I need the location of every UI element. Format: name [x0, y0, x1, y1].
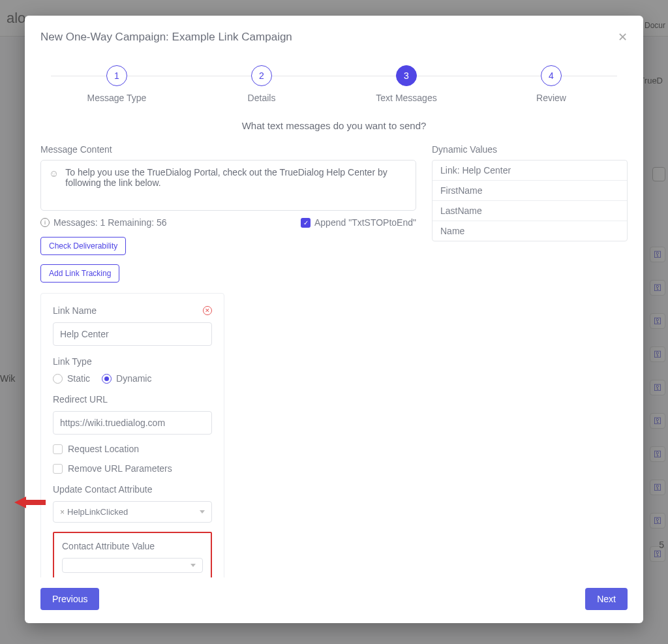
- checkbox-label: Remove URL Parameters: [68, 463, 172, 474]
- redirect-url-input[interactable]: [53, 411, 212, 435]
- append-label: Append "TxtSTOPtoEnd": [314, 217, 416, 228]
- link-type-label: Link Type: [53, 356, 212, 367]
- redirect-url-label: Redirect URL: [53, 394, 212, 405]
- dynamic-values-label: Dynamic Values: [432, 144, 628, 155]
- checkbox-empty-icon: [53, 464, 63, 474]
- next-button[interactable]: Next: [585, 588, 628, 610]
- message-text: To help you use the TrueDialog Portal, c…: [65, 167, 408, 188]
- dynamic-value-item[interactable]: Name: [433, 221, 627, 241]
- checkbox-checked-icon[interactable]: ✓: [301, 218, 311, 228]
- update-contact-attribute-label: Update Contact Attribute: [53, 484, 212, 495]
- radio-label: Static: [67, 373, 90, 384]
- link-tracking-panel: Link Name ✕ Link Type Static Dynamic: [40, 293, 224, 577]
- clear-tag-icon[interactable]: ×: [60, 508, 65, 517]
- step-review[interactable]: 4 Review: [479, 65, 624, 103]
- remove-url-params-checkbox[interactable]: Remove URL Parameters: [53, 463, 212, 474]
- request-location-checkbox[interactable]: Request Location: [53, 444, 212, 454]
- modal-subtitle: What text messages do you want to send?: [25, 103, 643, 144]
- radio-static[interactable]: Static: [53, 373, 90, 384]
- message-textarea[interactable]: ☺ To help you use the TrueDialog Portal,…: [40, 160, 416, 211]
- wizard-stepper: 1 Message Type 2 Details 3 Text Messages…: [25, 56, 643, 103]
- step-text-messages[interactable]: 3 Text Messages: [334, 65, 479, 103]
- radio-icon: [102, 374, 112, 384]
- contact-attribute-value-label: Contact Attribute Value: [62, 541, 203, 551]
- remove-link-icon[interactable]: ✕: [203, 306, 212, 315]
- step-number: 1: [106, 65, 127, 86]
- radio-icon: [53, 374, 63, 384]
- link-name-label: Link Name: [53, 305, 97, 316]
- step-message-type[interactable]: 1 Message Type: [44, 65, 189, 103]
- annotation-arrow-icon: [14, 495, 46, 510]
- update-contact-attribute-select[interactable]: ×HelpLinkClicked: [53, 501, 212, 523]
- step-label: Text Messages: [376, 93, 436, 103]
- step-number: 4: [541, 65, 562, 86]
- modal-title: New One-Way Campaign: Example Link Campa…: [40, 31, 292, 44]
- step-label: Message Type: [87, 93, 147, 103]
- dynamic-value-item[interactable]: Link: Help Center: [433, 161, 627, 181]
- chevron-down-icon: [190, 564, 196, 567]
- step-details[interactable]: 2 Details: [189, 65, 334, 103]
- add-link-tracking-button[interactable]: Add Link Tracking: [40, 264, 119, 283]
- radio-label: Dynamic: [116, 373, 151, 384]
- append-checkbox-row[interactable]: ✓ Append "TxtSTOPtoEnd": [301, 217, 416, 228]
- dynamic-value-item[interactable]: LastName: [433, 201, 627, 221]
- svg-marker-0: [14, 497, 46, 508]
- step-label: Review: [536, 93, 566, 103]
- close-icon[interactable]: ✕: [618, 30, 628, 44]
- contact-attribute-value-highlight: Contact Attribute Value: [53, 532, 212, 577]
- campaign-modal: New One-Way Campaign: Example Link Campa…: [25, 16, 643, 623]
- previous-button[interactable]: Previous: [40, 588, 99, 610]
- info-icon: i: [40, 218, 50, 227]
- step-number: 3: [396, 65, 417, 86]
- check-deliverability-button[interactable]: Check Deliverability: [40, 237, 126, 255]
- step-label: Details: [248, 93, 276, 103]
- link-name-input[interactable]: [53, 322, 212, 346]
- dynamic-value-item[interactable]: FirstName: [433, 181, 627, 201]
- emoji-icon[interactable]: ☺: [49, 168, 59, 179]
- dynamic-values-list: Link: Help Center FirstName LastName Nam…: [432, 160, 628, 241]
- step-number: 2: [251, 65, 272, 86]
- select-value: HelpLinkClicked: [67, 507, 128, 517]
- chevron-down-icon: [200, 510, 205, 514]
- radio-dynamic[interactable]: Dynamic: [102, 373, 151, 384]
- contact-attribute-value-select[interactable]: [62, 558, 203, 573]
- message-counter: Messages: 1 Remaining: 56: [53, 217, 167, 228]
- checkbox-label: Request Location: [68, 444, 139, 454]
- checkbox-empty-icon: [53, 444, 63, 454]
- message-content-label: Message Content: [40, 144, 416, 155]
